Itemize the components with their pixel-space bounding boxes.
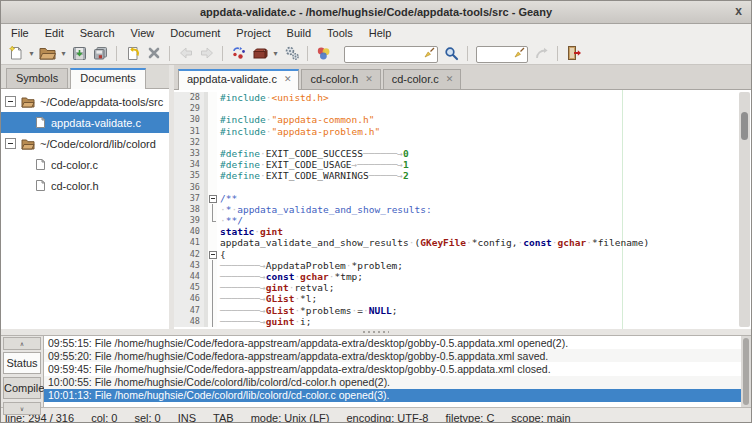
code-line[interactable]: 31#include·"appdata-problem.h"	[174, 126, 751, 137]
goto-line-button[interactable]	[531, 43, 552, 63]
close-document-button[interactable]	[143, 43, 164, 63]
code-line[interactable]: 35#define·EXIT_CODE_WARNINGS─────→2	[174, 170, 751, 181]
code-line[interactable]: 47───────→GList·*problems·=·NULL;	[174, 305, 751, 316]
code-text[interactable]: ───────→GList·*l;	[217, 293, 751, 304]
scrollbar-thumb[interactable]	[741, 112, 748, 140]
code-text[interactable]: {	[217, 249, 751, 260]
editor-tab-cd-color.h[interactable]: cd-color.h✕	[301, 69, 380, 89]
code-text[interactable]: ───────→AppdataProblem·*problem;	[217, 260, 751, 271]
tab-close-icon[interactable]: ✕	[446, 74, 454, 84]
code-line[interactable]: 40static·gint	[174, 226, 751, 237]
new-document-button[interactable]	[5, 43, 26, 63]
nav-back-button[interactable]	[175, 43, 196, 63]
tree-item[interactable]: ~/Code/colord/lib/colord	[1, 133, 169, 154]
code-line[interactable]: 48───────→guint·i;	[174, 316, 751, 327]
run-button[interactable]	[281, 43, 302, 63]
menu-tools[interactable]: Tools	[319, 26, 361, 40]
menu-file[interactable]: File	[3, 26, 37, 40]
code-line[interactable]: 30#include·"appdata-common.h"	[174, 114, 751, 125]
log-row[interactable]: 09:59:45: File /home/hughsie/Code/fedora…	[44, 362, 741, 375]
code-text[interactable]: #define·EXIT_CODE_SUCCESS──────→0	[217, 148, 751, 159]
clear-icon[interactable]	[514, 47, 525, 58]
tab-close-icon[interactable]: ✕	[284, 74, 292, 84]
build-button[interactable]	[249, 43, 270, 63]
code-text[interactable]: #define·EXIT_CODE_USAGE→───────→1	[217, 159, 751, 170]
fold-margin[interactable]	[208, 249, 217, 260]
menu-build[interactable]: Build	[279, 26, 319, 40]
code-line[interactable]: 41appdata_validate_and_show_results·(GKe…	[174, 237, 751, 248]
menu-edit[interactable]: Edit	[37, 26, 72, 40]
code-line[interactable]: 28#include·<unistd.h>	[174, 92, 751, 103]
code-text[interactable]	[217, 137, 751, 148]
code-text[interactable]: ───────→gint·retval;	[217, 282, 751, 293]
code-line[interactable]: 38·*·appdata_validate_and_show_results:	[174, 204, 751, 215]
code-text[interactable]: #include·"appdata-common.h"	[217, 114, 751, 125]
code-text[interactable]: ───────→guint·i;	[217, 316, 751, 327]
open-file-dropdown[interactable]: ▾	[58, 43, 69, 63]
scroll-up-icon[interactable]: ∧	[3, 337, 41, 350]
log-row[interactable]: 10:01:13: File /home/hughsie/Code/colord…	[44, 389, 741, 402]
expander-icon[interactable]	[5, 96, 16, 107]
code-line[interactable]: 32	[174, 137, 751, 148]
code-text[interactable]	[217, 182, 751, 193]
menu-search[interactable]: Search	[72, 26, 123, 40]
code-line[interactable]: 36	[174, 182, 751, 193]
tree-item[interactable]: cd-color.h	[1, 175, 169, 196]
message-tab-compiler[interactable]: Compiler	[3, 377, 41, 399]
log-row[interactable]: 09:55:20: File /home/hughsie/Code/fedora…	[44, 349, 741, 362]
build-dropdown[interactable]: ▾	[270, 43, 281, 63]
clear-icon[interactable]	[424, 47, 435, 58]
menu-view[interactable]: View	[123, 26, 163, 40]
code-line[interactable]: 44───────→const·gchar·*tmp;	[174, 271, 751, 282]
code-text[interactable]: ───────→const·gchar·*tmp;	[217, 271, 751, 282]
sidebar-tab-symbols[interactable]: Symbols	[6, 68, 68, 88]
fold-margin[interactable]	[208, 193, 217, 204]
tree-item[interactable]: cd-color.c	[1, 154, 169, 175]
editor-vertical-scrollbar[interactable]	[739, 92, 750, 327]
code-text[interactable]: /**	[217, 193, 751, 204]
editor-tab-appdata-validate.c[interactable]: appdata-validate.c✕	[178, 69, 299, 90]
revert-button[interactable]	[122, 43, 143, 63]
code-text[interactable]: ·**/	[217, 215, 751, 226]
menu-project[interactable]: Project	[228, 26, 278, 40]
log-row[interactable]: 10:00:55: File /home/hughsie/Code/colord…	[44, 376, 741, 389]
code-text[interactable]: ───────→GList·*problems·=·NULL;	[217, 305, 751, 316]
save-all-button[interactable]	[90, 43, 111, 63]
code-line[interactable]: 43───────→AppdataProblem·*problem;	[174, 260, 751, 271]
menu-document[interactable]: Document	[162, 26, 228, 40]
code-text[interactable]	[217, 103, 751, 114]
code-line[interactable]: 42{	[174, 249, 751, 260]
open-file-button[interactable]	[37, 43, 58, 63]
search-button[interactable]	[441, 43, 462, 63]
code-text[interactable]: static·gint	[217, 226, 751, 237]
code-text[interactable]: appdata_validate_and_show_results·(GKeyF…	[217, 237, 751, 248]
tree-item[interactable]: ~/Code/appdata-tools/src	[1, 91, 169, 112]
code-text[interactable]: #include·<unistd.h>	[217, 92, 751, 103]
message-tab-status[interactable]: Status	[3, 352, 41, 374]
code-line[interactable]: 46───────→GList·*l;	[174, 293, 751, 304]
code-line[interactable]: 39·**/	[174, 215, 751, 226]
color-chooser-button[interactable]	[313, 43, 334, 63]
quit-button[interactable]	[563, 43, 584, 63]
code-text[interactable]: #define·EXIT_CODE_WARNINGS─────→2	[217, 170, 751, 181]
sidebar-tab-documents[interactable]: Documents	[70, 68, 146, 89]
nav-forward-button[interactable]	[196, 43, 217, 63]
expander-icon[interactable]	[5, 138, 16, 149]
editor-area[interactable]: 28#include·<unistd.h>2930#include·"appda…	[174, 90, 751, 329]
scrollbar-thumb[interactable]	[743, 338, 749, 405]
menu-help[interactable]: Help	[361, 26, 400, 40]
code-view[interactable]: 28#include·<unistd.h>2930#include·"appda…	[174, 92, 751, 327]
tab-close-icon[interactable]: ✕	[365, 74, 373, 84]
window-close-icon[interactable]: x	[735, 4, 742, 18]
code-line[interactable]: 37/**	[174, 193, 751, 204]
save-button[interactable]	[69, 43, 90, 63]
code-line[interactable]: 33#define·EXIT_CODE_SUCCESS──────→0	[174, 148, 751, 159]
tree-item[interactable]: appdata-validate.c	[1, 112, 169, 133]
new-document-dropdown[interactable]: ▾	[26, 43, 37, 63]
compile-button[interactable]	[228, 43, 249, 63]
code-line[interactable]: 45───────→gint·retval;	[174, 282, 751, 293]
log-row[interactable]: 09:55:15: File /home/hughsie/Code/fedora…	[44, 336, 741, 349]
code-text[interactable]: ·*·appdata_validate_and_show_results:	[217, 204, 751, 215]
code-line[interactable]: 29	[174, 103, 751, 114]
scroll-down-icon[interactable]: ∨	[3, 402, 41, 415]
